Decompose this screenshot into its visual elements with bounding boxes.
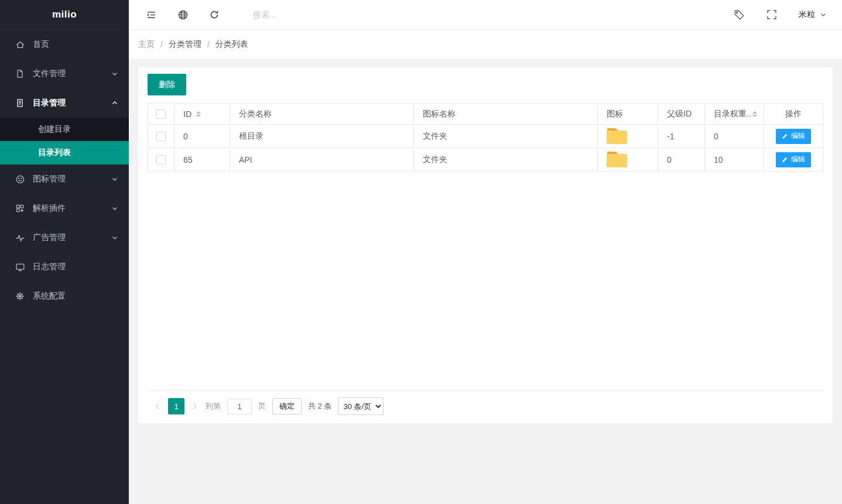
next-page-icon[interactable] [191,402,199,410]
cell-weight: 0 [705,125,764,148]
gear-icon [15,291,25,301]
table-row: 65 API 文件夹 0 10 编辑 [148,148,823,172]
globe-icon[interactable] [177,9,189,20]
sidebar-item-label: 目录管理 [33,98,66,108]
fullscreen-icon[interactable] [766,9,778,20]
page-number-button[interactable]: 1 [168,398,184,414]
breadcrumb-current: 分类列表 [215,39,248,50]
pencil-icon [782,133,788,139]
column-header-icon: 图标 [598,104,658,125]
cell-id: 0 [174,125,230,148]
folder-icon [607,152,627,167]
prev-page-icon[interactable] [153,402,162,410]
sidebar-item-create-directory[interactable]: 创建目录 [0,118,129,141]
cell-icon-name: 文件夹 [414,148,598,172]
cell-weight: 10 [705,148,764,172]
sidebar-subitem-label: 目录列表 [38,148,71,158]
cell-parent-id: 0 [658,148,705,172]
table-header-row: ID 分类名称 图标名称 图标 父级ID 目录权重.. [148,104,823,125]
sidebar-item-label: 首页 [33,39,49,50]
cell-action: 编辑 [764,148,823,172]
page-label: 页 [258,401,266,412]
sort-icon[interactable] [752,111,757,117]
total-count-label: 共 2 条 [308,401,331,412]
home-icon [15,39,25,50]
user-menu[interactable]: 米粒 [799,9,827,20]
content-area: 删除 ID 分类名称 [129,60,842,504]
sidebar-item-directory[interactable]: 目录管理 [0,88,129,118]
breadcrumb-section: 分类管理 [169,39,201,50]
column-header-weight[interactable]: 目录权重.. [705,104,764,125]
cell-name: 根目录 [230,125,414,148]
cell-parent-id: -1 [658,125,705,148]
delete-button[interactable]: 删除 [148,74,186,95]
pagination: 1 到第 页 确定 共 2 条 30 条/页 [148,390,823,415]
chevron-down-icon [111,205,118,212]
cell-id: 65 [174,148,230,172]
edit-button[interactable]: 编辑 [776,129,811,144]
sidebar-item-label: 日志管理 [33,262,66,272]
refresh-icon[interactable] [208,9,220,20]
sidebar-item-plugins[interactable]: 解析插件 [0,194,129,223]
pencil-icon [782,156,788,163]
sidebar-item-settings[interactable]: 系统配置 [0,282,129,311]
cell-icon [598,125,658,148]
sidebar-subitem-label: 创建目录 [38,124,71,135]
page-size-select[interactable]: 30 条/页 [338,397,384,415]
tag-icon[interactable] [733,9,745,20]
sidebar-nav: 首页 文件管理 目录管理 创建目录 目录列表 [0,30,129,311]
chevron-up-icon [111,100,118,107]
username: 米粒 [799,9,815,20]
blocks-icon [15,203,25,214]
pulse-icon [15,232,25,243]
column-header-icon-name: 图标名称 [414,104,598,125]
sidebar-item-home[interactable]: 首页 [0,30,129,59]
cell-icon [598,148,658,172]
table-row: 0 根目录 文件夹 -1 0 编辑 [148,125,823,148]
breadcrumb: 主页 / 分类管理 / 分类列表 [129,30,842,60]
chevron-down-icon [820,11,827,18]
app-logo: milio [0,0,129,30]
smiley-icon [15,174,25,184]
sidebar-item-files[interactable]: 文件管理 [0,59,129,88]
sidebar-submenu-directory: 创建目录 目录列表 [0,118,129,164]
column-header-name: 分类名称 [230,104,414,125]
file-icon [15,68,25,79]
sort-icon[interactable] [196,111,201,117]
goto-confirm-button[interactable]: 确定 [272,398,302,414]
column-header-action: 操作 [764,104,823,125]
edit-button[interactable]: 编辑 [776,152,811,167]
category-list-card: 删除 ID 分类名称 [138,67,833,423]
sidebar-item-label: 图标管理 [33,174,66,184]
goto-page-input[interactable] [227,399,252,414]
table-empty-space [148,172,823,390]
sidebar-item-ads[interactable]: 广告管理 [0,223,129,252]
row-checkbox[interactable] [156,132,166,141]
sidebar-item-logs[interactable]: 日志管理 [0,252,129,282]
column-header-parent-id: 父级ID [658,104,705,125]
column-header-id[interactable]: ID [174,104,230,125]
search-input[interactable] [253,10,417,19]
cell-name: API [230,148,414,172]
topbar-right: 米粒 [733,9,827,20]
category-table: ID 分类名称 图标名称 图标 父级ID 目录权重.. [148,103,823,172]
breadcrumb-home[interactable]: 主页 [138,39,155,50]
sidebar-collapse-icon[interactable] [145,9,157,20]
row-checkbox[interactable] [156,155,166,164]
main-area: 米粒 主页 / 分类管理 / 分类列表 删除 [129,0,842,504]
directory-icon [15,98,25,108]
select-all-checkbox[interactable] [156,109,166,119]
chevron-down-icon [111,176,118,183]
sidebar-item-label: 文件管理 [33,68,66,79]
cell-icon-name: 文件夹 [414,125,598,148]
folder-icon [607,128,627,144]
sidebar-item-icons[interactable]: 图标管理 [0,164,129,194]
monitor-icon [15,262,25,272]
breadcrumb-separator: / [207,40,210,49]
sidebar-item-directory-list[interactable]: 目录列表 [0,141,129,164]
topbar: 米粒 [129,0,842,30]
chevron-down-icon [111,234,118,241]
breadcrumb-separator: / [160,40,163,49]
sidebar-item-label: 系统配置 [33,291,66,301]
sidebar: milio 首页 文件管理 目录管理 [0,0,129,504]
